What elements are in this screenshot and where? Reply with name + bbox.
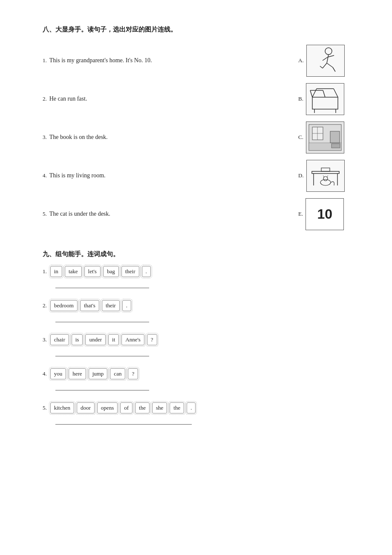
svg-point-0 [325, 48, 332, 55]
word-card: ? [128, 368, 138, 379]
item-num: 4. [43, 370, 47, 377]
sentence-num: 5. [43, 211, 47, 217]
word-card: the [170, 402, 184, 413]
sentence-num: 2. [43, 95, 47, 102]
sentence-item-2: 2.He can run fast. [43, 80, 298, 118]
images-column: A. B. [298, 41, 358, 233]
svg-line-4 [327, 63, 333, 67]
word-card: of [120, 402, 133, 413]
word-card: kitchen [50, 402, 74, 413]
word-card: it [108, 334, 119, 345]
word-item-1: 1.intakelet'sbagtheir. [43, 266, 358, 288]
item-num: 3. [43, 336, 47, 343]
image-label: B. [298, 95, 303, 102]
image-item-1: A. [298, 41, 345, 80]
word-row-4: 4.youherejumpcan? [43, 368, 358, 379]
image-item-4: D. [298, 156, 345, 195]
image-label: C. [298, 134, 303, 141]
section-9-title: 九、组句能手。连词成句。 [43, 250, 358, 258]
image-item-2: B. [298, 80, 344, 118]
word-card: . [122, 300, 131, 311]
svg-rect-8 [312, 97, 338, 109]
word-row-3: 3.chairisunderitAnne's? [43, 334, 358, 345]
svg-rect-23 [331, 144, 340, 148]
svg-line-3 [323, 57, 328, 61]
answer-line [55, 315, 149, 322]
svg-line-1 [327, 55, 329, 63]
svg-line-30 [323, 176, 324, 177]
svg-line-2 [328, 55, 334, 57]
svg-line-31 [327, 176, 328, 177]
word-card: chair [50, 334, 69, 345]
word-card: jump [89, 368, 108, 379]
word-card: their [121, 266, 139, 277]
word-card: their [102, 300, 120, 311]
word-card: that's [80, 300, 99, 311]
word-card: opens [97, 402, 118, 413]
word-row-1: 1.intakelet'sbagtheir. [43, 266, 358, 277]
word-item-4: 4.youherejumpcan? [43, 368, 358, 390]
word-card: ? [147, 334, 157, 345]
word-card: door [77, 402, 95, 413]
image-label: E. [298, 211, 303, 217]
word-card: let's [84, 266, 101, 277]
sentence-text: He can run fast. [49, 95, 87, 102]
word-card: under [85, 334, 106, 345]
word-item-5: 5.kitchendooropensoftheshethe. [43, 402, 358, 425]
word-card: bedroom [50, 300, 78, 311]
sentence-item-4: 4.This is my living room. [43, 156, 298, 195]
answer-line [55, 383, 149, 390]
word-card: . [187, 402, 196, 413]
svg-line-7 [320, 66, 323, 68]
sentences-column: 1.This is my grandparent's home. It's No… [43, 41, 298, 233]
image-label: D. [298, 172, 304, 179]
image-item-5: E. 10 [298, 195, 344, 233]
svg-line-10 [334, 89, 338, 97]
word-card: . [142, 266, 151, 277]
word-card: can [110, 368, 125, 379]
section-9: 九、组句能手。连词成句。 1.intakelet'sbagtheir.2.bed… [43, 250, 358, 425]
sentence-num: 4. [43, 172, 47, 179]
image-box-4 [306, 160, 345, 192]
svg-rect-24 [312, 171, 339, 173]
sentence-item-5: 5.The cat is under the desk. [43, 195, 298, 233]
sentence-text: The cat is under the desk. [49, 211, 110, 217]
word-arrange-list: 1.intakelet'sbagtheir.2.bedroomthat'sthe… [43, 266, 358, 425]
word-card: Anne's [121, 334, 144, 345]
answer-line [55, 417, 192, 425]
sentence-item-1: 1.This is my grandparent's home. It's No… [43, 41, 298, 80]
image-box-2 [306, 83, 344, 115]
svg-rect-22 [330, 131, 340, 143]
section-8: 八、大显身手。读句子，选出对应的图片连线。 1.This is my grand… [43, 26, 358, 233]
word-row-5: 5.kitchendooropensoftheshethe. [43, 402, 358, 413]
word-item-2: 2.bedroomthat'stheir. [43, 300, 358, 322]
sentence-text: This is my grandparent's home. It's No. … [49, 57, 152, 64]
svg-line-9 [312, 89, 317, 97]
sentence-num: 3. [43, 134, 47, 141]
answer-line [55, 349, 149, 356]
sentence-num: 1. [43, 57, 47, 64]
word-card: you [50, 368, 66, 379]
image-box-5: 10 [306, 198, 344, 230]
svg-point-28 [320, 179, 331, 185]
item-num: 5. [43, 405, 47, 411]
word-card: she [152, 402, 167, 413]
svg-rect-27 [321, 168, 330, 171]
sentence-text: The book is on the desk. [49, 134, 108, 141]
svg-line-12 [310, 90, 312, 97]
word-row-2: 2.bedroomthat'stheir. [43, 300, 358, 311]
svg-line-6 [323, 63, 327, 68]
item-num: 2. [43, 302, 47, 309]
word-card: here [69, 368, 86, 379]
svg-line-13 [323, 90, 325, 97]
image-box-1 [306, 45, 345, 77]
word-card: take [65, 266, 82, 277]
word-card: in [50, 266, 62, 277]
svg-point-29 [323, 176, 328, 181]
svg-line-5 [333, 67, 335, 72]
word-card: the [135, 402, 150, 413]
sentence-item-3: 3.The book is on the desk. [43, 118, 298, 156]
word-card: is [72, 334, 83, 345]
item-num: 1. [43, 268, 47, 275]
sentence-text: This is my living room. [49, 172, 106, 179]
